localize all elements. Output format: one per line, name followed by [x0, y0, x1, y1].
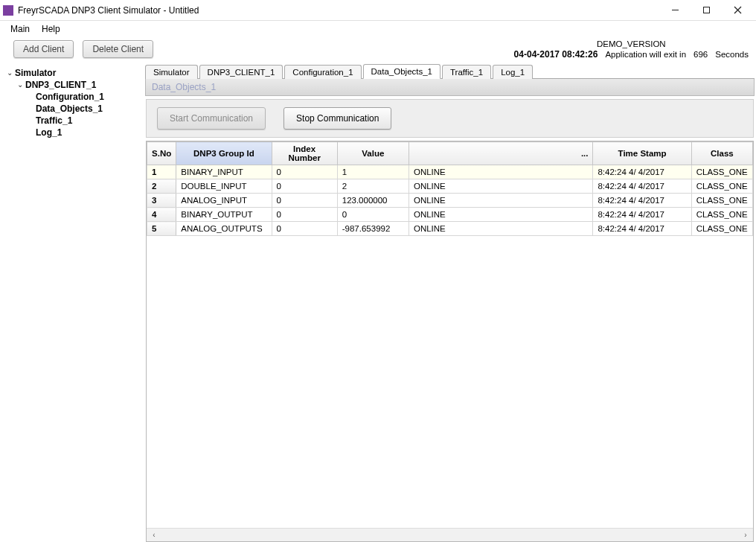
col-header-index[interactable]: Index Number: [272, 142, 337, 165]
close-button[interactable]: [722, 1, 753, 20]
tree-node-client[interactable]: ⌄ DNP3_CLIENT_1: [16, 79, 144, 91]
menu-help[interactable]: Help: [36, 22, 66, 36]
tab-log[interactable]: Log_1: [493, 65, 533, 79]
content-panel: Simulator DNP3_CLIENT_1 Configuration_1 …: [145, 63, 756, 542]
cell-sno: 4: [147, 208, 176, 222]
minimize-button[interactable]: [659, 1, 691, 20]
toolbar: Add Client Delete Client DEMO_VERSION 04…: [0, 37, 756, 63]
cell-class: CLASS_ONE: [691, 222, 752, 236]
tab-traffic[interactable]: Traffic_1: [442, 65, 491, 79]
status-timestamp: 04-04-2017 08:42:26: [514, 49, 598, 60]
table-row[interactable]: 5ANALOG_OUTPUTS0-987.653992ONLINE8:42:24…: [147, 222, 753, 236]
cell-status: ONLINE: [409, 222, 593, 236]
window-title: FreyrSCADA DNP3 Client Simulator - Untit…: [18, 5, 199, 16]
cell-status: ONLINE: [409, 208, 593, 222]
cell-class: CLASS_ONE: [691, 194, 752, 208]
tree-node-configuration[interactable]: ·Configuration_1: [27, 91, 144, 103]
tree-panel: ⌄ Simulator ⌄ DNP3_CLIENT_1 ·Configurati…: [0, 63, 145, 542]
tab-simulator[interactable]: Simulator: [145, 65, 198, 79]
table-row[interactable]: 4BINARY_OUTPUT00ONLINE8:42:24 4/ 4/2017C…: [147, 208, 753, 222]
cell-value: 0: [337, 208, 409, 222]
cell-index: 0: [272, 165, 337, 179]
chevron-down-icon[interactable]: ⌄: [16, 79, 24, 91]
scroll-left-icon[interactable]: ‹: [148, 530, 160, 541]
menu-bar: Main Help: [0, 21, 756, 37]
cell-sno: 5: [147, 222, 176, 236]
cell-status: ONLINE: [409, 194, 593, 208]
cell-index: 0: [272, 194, 337, 208]
cell-sno: 1: [147, 165, 176, 179]
horizontal-scrollbar[interactable]: ‹ ›: [147, 528, 753, 541]
tab-bar: Simulator DNP3_CLIENT_1 Configuration_1 …: [145, 63, 755, 79]
table-row[interactable]: 3ANALOG_INPUT0123.000000ONLINE8:42:24 4/…: [147, 194, 753, 208]
status-seconds-label: Seconds: [715, 49, 749, 60]
col-header-class[interactable]: Class: [691, 142, 752, 165]
status-block: DEMO_VERSION 04-04-2017 08:42:26 Applica…: [514, 39, 749, 60]
cell-group: ANALOG_OUTPUTS: [176, 222, 272, 236]
tree-node-traffic[interactable]: ·Traffic_1: [27, 115, 144, 127]
panel-title: Data_Objects_1: [145, 79, 755, 96]
demo-version-label: DEMO_VERSION: [514, 39, 749, 49]
cell-class: CLASS_ONE: [691, 165, 752, 179]
tree-node-log[interactable]: ·Log_1: [27, 127, 144, 138]
cell-sno: 3: [147, 194, 176, 208]
cell-class: CLASS_ONE: [691, 179, 752, 194]
cell-status: ONLINE: [409, 165, 593, 179]
menu-main[interactable]: Main: [4, 22, 36, 36]
tree-label: Simulator: [15, 67, 56, 79]
tab-dnp3-client[interactable]: DNP3_CLIENT_1: [199, 65, 284, 79]
col-header-group[interactable]: DNP3 Group Id: [176, 142, 272, 165]
cell-group: BINARY_INPUT: [176, 165, 272, 179]
delete-client-button[interactable]: Delete Client: [83, 40, 153, 58]
cell-value: -987.653992: [337, 222, 409, 236]
cell-group: BINARY_OUTPUT: [176, 208, 272, 222]
svg-rect-1: [703, 7, 709, 13]
col-header-value[interactable]: Value: [337, 142, 409, 165]
scroll-right-icon[interactable]: ›: [740, 530, 752, 541]
table-row[interactable]: 1BINARY_INPUT01ONLINE8:42:24 4/ 4/2017CL…: [147, 165, 753, 179]
cell-value: 2: [337, 179, 409, 194]
cell-sno: 2: [147, 179, 176, 194]
tree-label: DNP3_CLIENT_1: [25, 79, 96, 91]
action-box: Start Communication Stop Communication: [146, 99, 754, 138]
tree-node-simulator[interactable]: ⌄ Simulator: [6, 67, 144, 79]
start-communication-button[interactable]: Start Communication: [157, 107, 266, 130]
cell-timestamp: 8:42:24 4/ 4/2017: [593, 179, 691, 194]
tree-node-data-objects[interactable]: ·Data_Objects_1: [27, 103, 144, 115]
cell-value: 123.000000: [337, 194, 409, 208]
cell-status: ONLINE: [409, 179, 593, 194]
status-exit-label: Application will exit in: [605, 49, 686, 60]
cell-index: 0: [272, 179, 337, 194]
add-client-button[interactable]: Add Client: [13, 40, 74, 58]
col-header-ellipsis[interactable]: ...: [409, 142, 593, 165]
cell-value: 1: [337, 165, 409, 179]
cell-timestamp: 8:42:24 4/ 4/2017: [593, 165, 691, 179]
cell-index: 0: [272, 222, 337, 236]
data-table: S.No DNP3 Group Id Index Number Value ..…: [147, 141, 753, 236]
maximize-button[interactable]: [691, 1, 722, 20]
tab-data-objects[interactable]: Data_Objects_1: [363, 64, 441, 79]
cell-group: ANALOG_INPUT: [176, 194, 272, 208]
cell-group: DOUBLE_INPUT: [176, 179, 272, 194]
cell-class: CLASS_ONE: [691, 208, 752, 222]
cell-timestamp: 8:42:24 4/ 4/2017: [593, 208, 691, 222]
title-bar: FreyrSCADA DNP3 Client Simulator - Untit…: [0, 0, 756, 21]
chevron-down-icon[interactable]: ⌄: [6, 67, 13, 79]
cell-index: 0: [272, 208, 337, 222]
data-table-wrap: S.No DNP3 Group Id Index Number Value ..…: [146, 141, 754, 542]
cell-timestamp: 8:42:24 4/ 4/2017: [593, 194, 691, 208]
stop-communication-button[interactable]: Stop Communication: [284, 107, 391, 130]
col-header-sno[interactable]: S.No: [147, 142, 176, 165]
cell-timestamp: 8:42:24 4/ 4/2017: [593, 222, 691, 236]
table-row[interactable]: 2DOUBLE_INPUT02ONLINE8:42:24 4/ 4/2017CL…: [147, 179, 753, 194]
tab-configuration[interactable]: Configuration_1: [284, 65, 361, 79]
status-seconds-value: 696: [693, 49, 708, 60]
app-icon: [3, 5, 13, 16]
col-header-timestamp[interactable]: Time Stamp: [593, 142, 691, 165]
